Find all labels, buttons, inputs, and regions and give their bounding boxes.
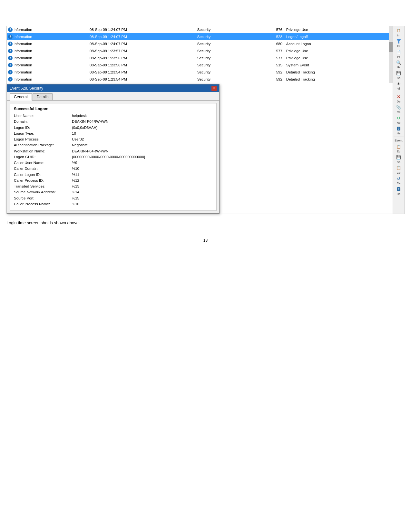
detail-value: %9 [72,160,77,166]
dialog-close-button[interactable]: × [211,86,217,91]
info-icon: i [8,70,13,74]
row-category: Privilege Use [285,26,389,33]
detail-line: Domain:DEAKIN-P04RWHWN [14,119,212,124]
info-icon: i [8,49,13,53]
detail-label: Source Port: [14,196,72,201]
row-date: 08-Sep-09 1:23:54 PM [88,76,196,83]
table-row[interactable]: i Information 08-Sep-09 1:23:56 PM Secur… [7,54,389,62]
detail-line: Logon ID:(0x0,0xD3AAA) [14,125,212,131]
help-icon: ? [396,126,402,131]
right-icon-Im: 📋 Im [394,27,404,37]
right-icon-help2[interactable]: ? He [394,186,404,196]
row-category: System Event [285,62,389,69]
detail-label: Authentication Package: [14,142,72,148]
row-source: Security [196,47,255,54]
row-level: Information [14,77,32,81]
row-level: Information [14,35,32,39]
detail-value: %11 [72,172,79,178]
row-category: Logon/Logoff [285,33,389,40]
detail-line: Caller Process ID:%12 [14,178,212,183]
table-row[interactable]: i Information 08-Sep-09 1:24:07 PM Secur… [7,26,389,33]
row-category: Account Logon [285,40,389,47]
row-level: Information [14,28,32,32]
detail-label: Workstation Name: [14,149,72,154]
right-icon-refresh2[interactable]: ↺ Re [394,115,404,125]
row-category: Detailed Tracking [285,76,389,83]
detail-label: Logon ID: [14,125,72,131]
row-level: Information [14,49,32,53]
scrollbar[interactable] [389,26,393,83]
tab-details[interactable]: Details [33,93,53,100]
detail-value: User32 [72,137,84,142]
row-date: 08-Sep-09 1:23:56 PM [88,62,196,69]
detail-line: Source Network Address:%14 [14,189,212,195]
right-icon-save[interactable]: 💾 Sa [394,70,404,80]
right-icon-find[interactable]: 🔍 Fi [394,59,404,69]
help2-icon: ? [396,186,402,192]
table-row[interactable]: i Information 08-Sep-09 1:23:56 PM Secur… [7,62,389,69]
detail-label: Logon GUID: [14,154,72,160]
detail-value: 10 [72,131,76,136]
right-icon-refresh1[interactable]: 📎 Re [394,104,404,114]
detail-label: Caller Process Name: [14,201,72,207]
table-row[interactable]: i Information 08-Sep-09 1:24:07 PM Secur… [7,40,389,47]
detail-label: Logon Type: [14,131,72,136]
table-row[interactable]: i Information 08-Sep-09 1:23:57 PM Secur… [7,47,389,54]
detail-line: Logon Process:User32 [14,137,212,142]
detail-value: %14 [72,189,79,195]
detail-value: DEAKIN-P04RWHWN [72,119,109,124]
save2-icon: 💾 [396,154,402,160]
row-date: 08-Sep-09 1:24:07 PM [88,33,196,40]
detail-line: Caller Logon ID:%11 [14,172,212,178]
right-icon-properties[interactable]: 📄 Pr [394,49,404,59]
row-id: 515 [255,62,285,69]
right-icon-help1[interactable]: ? He [394,125,404,135]
find-icon: 🔍 [396,60,402,65]
right-action-panel: 📋 Im Fil 📄 Pr 🔍 Fi 💾 Sa 👁 Vi ✕ De [393,26,405,214]
delete-icon: ✕ [396,94,402,100]
info-icon: i [8,27,13,32]
table-row[interactable]: i Information 08-Sep-09 1:23:54 PM Secur… [7,76,389,83]
row-date: 08-Sep-09 1:23:56 PM [88,54,196,62]
detail-label: Logon Process: [14,137,72,142]
detail-value: %16 [72,201,79,207]
right-icon-filter[interactable]: Fil [394,38,404,48]
row-id: 680 [255,40,285,47]
attach-icon: 📎 [396,104,402,110]
page-number: 18 [6,238,405,243]
info-icon: i [8,77,13,82]
row-level: Information [14,63,32,67]
row-date: 08-Sep-09 1:24:07 PM [88,26,196,33]
detail-label: Caller Domain: [14,166,72,171]
detail-value: (0x0,0xD3AAA) [72,125,97,131]
detail-label: Caller User Name: [14,160,72,166]
row-level: Information [14,42,32,46]
row-level: Information [14,70,32,74]
table-row[interactable]: i Information 08-Sep-09 1:24:07 PM Secur… [7,33,389,40]
right-icon-refresh3[interactable]: ↺ Re [394,175,404,185]
right-icon-view[interactable]: 👁 Vi [394,81,404,91]
table-row[interactable]: i Information 08-Sep-09 1:23:54 PM Secur… [7,69,389,76]
row-id: 592 [255,76,285,83]
detail-line: Caller Domain:%10 [14,166,212,171]
right-icon-delete[interactable]: ✕ De [394,93,404,103]
dialog-title: Event 528, Security [10,86,43,91]
tab-general[interactable]: General [10,93,32,101]
refresh-blue-icon: ↺ [396,176,402,181]
info-icon: i [8,42,13,46]
info-icon: i [8,34,13,39]
right-icon-event[interactable]: 📋 Ev [394,143,404,153]
detail-line: Logon GUID:{00000000-0000-0000-0000-0000… [14,154,212,160]
detail-value: DEAKIN-P04RWHWN [72,149,109,154]
info-icon: i [8,63,13,67]
row-source: Security [196,40,255,47]
filter-icon [396,38,402,44]
row-id: 528 [255,33,285,40]
right-icon-copy[interactable]: 📋 Co [394,165,404,175]
detail-value: %12 [72,178,79,183]
right-icon-save2[interactable]: 💾 Sa [394,154,404,164]
row-category: Privilege Use [285,47,389,54]
detail-line: Transited Services:%13 [14,184,212,189]
detail-label: Source Network Address: [14,189,72,195]
detail-line: Caller Process Name:%16 [14,201,212,207]
